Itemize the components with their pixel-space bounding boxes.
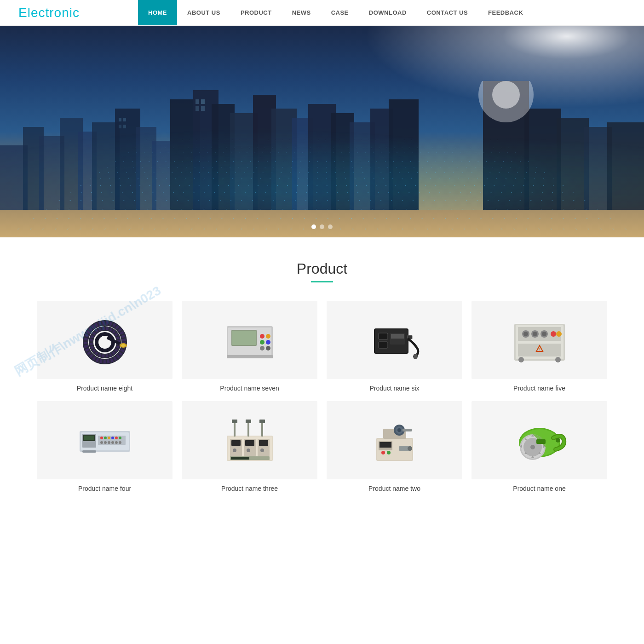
product-label-three: Product name three <box>221 485 278 492</box>
logo: Electronic <box>0 6 138 20</box>
svg-rect-115 <box>259 420 265 423</box>
svg-point-74 <box>556 331 562 337</box>
nav-about[interactable]: ABOUT US <box>177 0 230 25</box>
svg-point-88 <box>108 437 110 439</box>
product-label-six: Product name six <box>369 385 419 392</box>
product-label-seven: Product name seven <box>220 385 279 392</box>
product-img-seven <box>182 301 317 379</box>
svg-rect-126 <box>380 442 391 448</box>
svg-point-91 <box>119 437 121 439</box>
carousel-dots <box>311 224 333 229</box>
product-label-five: Product name five <box>513 385 565 392</box>
product-label-four: Product name four <box>78 485 131 492</box>
svg-point-68 <box>523 332 528 336</box>
svg-rect-54 <box>227 355 273 358</box>
svg-point-87 <box>104 437 107 439</box>
product-label-one: Product name one <box>513 485 565 492</box>
svg-text:!: ! <box>539 347 540 351</box>
header: Electronic HOME ABOUT US PRODUCT NEWS CA… <box>0 0 644 26</box>
product-grid-row2: Product name four <box>37 401 607 492</box>
svg-point-50 <box>260 340 264 345</box>
svg-point-127 <box>381 451 385 454</box>
svg-rect-124 <box>402 429 412 431</box>
product-img-one <box>472 401 607 479</box>
svg-rect-47 <box>232 331 256 345</box>
svg-rect-84 <box>84 436 94 440</box>
svg-point-92 <box>100 441 103 444</box>
svg-point-97 <box>119 441 121 444</box>
svg-point-51 <box>266 340 270 345</box>
svg-rect-111 <box>247 422 249 437</box>
svg-rect-57 <box>379 333 388 339</box>
svg-rect-33 <box>201 106 205 111</box>
svg-point-89 <box>111 437 114 439</box>
svg-rect-145 <box>536 439 546 444</box>
nav-product[interactable]: PRODUCT <box>230 0 282 25</box>
product-label-two: Product name two <box>368 485 420 492</box>
svg-point-96 <box>115 441 118 444</box>
svg-point-35 <box>492 81 520 109</box>
svg-rect-106 <box>259 440 268 446</box>
product-img-six <box>327 301 462 379</box>
svg-rect-105 <box>245 440 254 446</box>
product-img-two <box>327 401 462 479</box>
svg-point-95 <box>111 441 114 444</box>
product-card-seven[interactable]: Product name seven <box>182 301 317 392</box>
product-card-eight[interactable]: Product name eight <box>37 301 172 392</box>
svg-point-49 <box>266 334 270 339</box>
hero-banner <box>0 26 644 237</box>
nav-home[interactable]: HOME <box>138 0 177 25</box>
svg-rect-30 <box>196 99 199 104</box>
svg-point-76 <box>518 357 524 362</box>
svg-rect-113 <box>232 420 237 423</box>
svg-point-90 <box>115 437 118 439</box>
svg-point-40 <box>97 334 113 351</box>
svg-point-70 <box>533 332 537 336</box>
nav-case[interactable]: CASE <box>321 0 359 25</box>
product-card-two[interactable]: Product name two <box>327 401 462 492</box>
nav-download[interactable]: DOWNLOAD <box>359 0 417 25</box>
product-grid-row1: Product name eight <box>37 301 607 392</box>
svg-rect-112 <box>261 422 263 437</box>
svg-point-77 <box>555 357 561 362</box>
carousel-dot-3[interactable] <box>328 224 333 229</box>
product-section: Product Product name eight <box>0 237 644 511</box>
section-title: Product <box>37 260 607 277</box>
svg-point-53 <box>266 346 270 351</box>
product-label-eight: Product name eight <box>77 385 132 392</box>
svg-rect-104 <box>231 440 241 446</box>
svg-rect-114 <box>246 420 251 423</box>
svg-point-130 <box>408 446 412 451</box>
svg-rect-58 <box>379 342 388 348</box>
product-card-six[interactable]: Product name six <box>327 301 462 392</box>
svg-point-52 <box>260 346 264 351</box>
product-card-four[interactable]: Product name four <box>37 401 172 492</box>
navigation: HOME ABOUT US PRODUCT NEWS CASE DOWNLOAD… <box>138 0 533 25</box>
svg-point-136 <box>530 445 535 449</box>
svg-point-93 <box>104 441 107 444</box>
svg-point-42 <box>121 344 126 347</box>
svg-point-123 <box>397 428 401 432</box>
svg-point-108 <box>247 448 250 452</box>
svg-rect-31 <box>201 99 205 104</box>
nav-contact[interactable]: CONTACT US <box>417 0 478 25</box>
svg-rect-60 <box>391 334 404 339</box>
svg-point-109 <box>260 448 264 452</box>
svg-rect-63 <box>414 354 417 359</box>
svg-point-72 <box>542 332 546 336</box>
product-img-eight <box>37 301 172 379</box>
nav-news[interactable]: NEWS <box>282 0 321 25</box>
carousel-dot-1[interactable] <box>311 224 316 229</box>
section-underline <box>311 281 333 282</box>
product-card-one[interactable]: Product name one <box>472 401 607 492</box>
product-card-five[interactable]: ! Product name five <box>472 301 607 392</box>
product-img-five: ! <box>472 301 607 379</box>
carousel-dot-2[interactable] <box>320 224 324 229</box>
nav-feedback[interactable]: FEEDBACK <box>478 0 533 25</box>
product-img-three <box>182 401 317 479</box>
wave-glow <box>0 118 644 210</box>
svg-point-107 <box>233 448 236 452</box>
product-card-three[interactable]: Product name three <box>182 401 317 492</box>
svg-rect-117 <box>231 457 249 460</box>
svg-point-73 <box>551 331 556 337</box>
